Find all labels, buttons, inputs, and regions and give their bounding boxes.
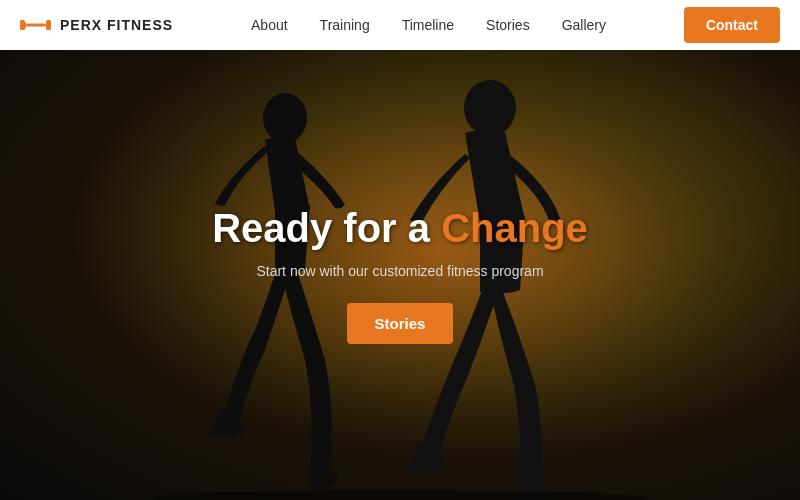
svg-point-6 xyxy=(263,93,307,143)
hero-subtitle: Start now with our customized fitness pr… xyxy=(212,263,588,279)
hero-title-part1: Ready for a xyxy=(212,206,441,250)
nav-link-timeline[interactable]: Timeline xyxy=(402,17,454,33)
nav-links: About Training Timeline Stories Gallery xyxy=(251,16,606,34)
stories-button[interactable]: Stories xyxy=(347,303,454,344)
contact-button[interactable]: Contact xyxy=(684,7,780,43)
hero-title: Ready for a Change xyxy=(212,206,588,251)
navbar: PERX FITNESS About Training Timeline Sto… xyxy=(0,0,800,50)
nav-item-training[interactable]: Training xyxy=(320,16,370,34)
nav-link-stories[interactable]: Stories xyxy=(486,17,530,33)
hero-title-highlight: Change xyxy=(441,206,588,250)
nav-link-training[interactable]: Training xyxy=(320,17,370,33)
dumbbell-icon xyxy=(20,14,52,36)
nav-item-gallery[interactable]: Gallery xyxy=(562,16,606,34)
svg-rect-2 xyxy=(26,24,46,27)
logo-area: PERX FITNESS xyxy=(20,14,173,36)
nav-item-stories[interactable]: Stories xyxy=(486,16,530,34)
nav-link-gallery[interactable]: Gallery xyxy=(562,17,606,33)
nav-item-timeline[interactable]: Timeline xyxy=(402,16,454,34)
svg-rect-4 xyxy=(46,22,49,28)
svg-point-7 xyxy=(464,80,516,136)
svg-rect-1 xyxy=(23,22,26,28)
hero-section: Ready for a Change Start now with our cu… xyxy=(0,50,800,500)
hero-content: Ready for a Change Start now with our cu… xyxy=(212,206,588,344)
nav-link-about[interactable]: About xyxy=(251,17,288,33)
brand-name: PERX FITNESS xyxy=(60,17,173,33)
nav-item-about[interactable]: About xyxy=(251,16,288,34)
